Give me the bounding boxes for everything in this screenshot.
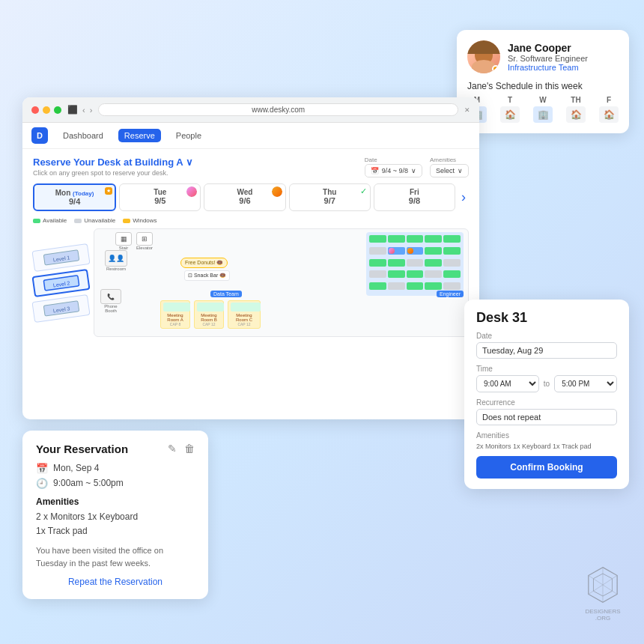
amenity-row-2: 1x Track pad bbox=[36, 524, 195, 538]
app-nav: D Dashboard Reserve People bbox=[22, 123, 479, 149]
schedule-title: Jane's Schedule in this week bbox=[467, 81, 619, 91]
desk-cell[interactable] bbox=[369, 235, 386, 243]
desk-title: Desk 31 bbox=[476, 310, 617, 326]
legend-available: Available bbox=[33, 217, 67, 224]
browser-window: ⬛ ‹ › www.desky.com ✕ D Dashboard Reserv… bbox=[22, 97, 479, 419]
date-picker[interactable]: 📅 9/4 ~ 9/8 ∨ bbox=[365, 164, 422, 177]
sched-day-w: W 🏢 bbox=[533, 96, 553, 123]
reservation-card: Your Reservation ✎ 🗑 📅 Mon, Sep 4 🕘 9:00… bbox=[22, 431, 208, 599]
stair-icon: ▦ Stair bbox=[115, 232, 132, 250]
delete-button[interactable]: 🗑 bbox=[184, 443, 195, 455]
clock-icon: 🕘 bbox=[36, 478, 48, 489]
date-amenities: Date 📅 9/4 ~ 9/8 ∨ Amenities Select ∨ bbox=[365, 157, 469, 177]
user-avatar-wed bbox=[272, 186, 282, 197]
amenities-label: Amenities bbox=[36, 496, 195, 507]
reserve-header: Reserve Your Desk at Building A ∨ Click … bbox=[33, 157, 469, 177]
day-tab-thu[interactable]: Thu 9/7 ✓ bbox=[289, 183, 371, 211]
app-logo: D bbox=[31, 127, 48, 144]
reserve-title: Reserve Your Desk at Building A ∨ bbox=[33, 157, 193, 168]
restroom-icon: 👤👤 Restroom bbox=[105, 250, 127, 271]
browser-chrome: ⬛ ‹ › www.desky.com ✕ bbox=[22, 97, 479, 123]
res-time-row: 🕘 9:00am ~ 5:00pm bbox=[36, 478, 195, 489]
legend: Available Unavailable Windows bbox=[33, 217, 469, 224]
time-from-select[interactable]: 9:00 AM bbox=[476, 375, 539, 392]
avatar bbox=[467, 40, 500, 73]
profile-header: Jane Cooper Sr. Software Engineer Infras… bbox=[467, 40, 619, 73]
recurrence-label: Recurrence bbox=[476, 398, 617, 407]
desk-booking-card: Desk 31 Date Tuesday, Aug 29 Time 9:00 A… bbox=[464, 300, 629, 489]
reserve-subtitle: Click on any green spot to reserve your … bbox=[33, 169, 193, 177]
floor-level-2[interactable]: Level 2 › bbox=[31, 268, 90, 297]
floor-level-3[interactable]: Level 3 bbox=[31, 294, 90, 322]
recurrence-select[interactable]: Does not repeat bbox=[476, 409, 617, 425]
profile-team: Infrastructure Team bbox=[508, 63, 588, 72]
amenity-row-1: 2 x Monitors 1x Keyboard bbox=[36, 510, 195, 524]
nav-dashboard[interactable]: Dashboard bbox=[57, 129, 109, 142]
snack-bar: ⊡ Snack Bar 🍩 bbox=[184, 270, 230, 281]
legend-windows: Windows bbox=[123, 217, 157, 224]
res-title: Your Reservation bbox=[36, 443, 128, 455]
booking-date-label: Date bbox=[476, 332, 617, 340]
app-content: Reserve Your Desk at Building A ∨ Click … bbox=[22, 149, 479, 344]
res-date-row: 📅 Mon, Sep 4 bbox=[36, 463, 195, 474]
meeting-room-a[interactable]: Meeting Room A CAP 8 bbox=[160, 300, 190, 329]
day-tab-wed[interactable]: Wed 9/6 bbox=[204, 183, 285, 211]
calendar-icon: 📅 bbox=[36, 463, 48, 474]
floor-level-1[interactable]: Level 1 bbox=[31, 243, 90, 271]
meeting-room-c[interactable]: Meeting Room C CAP 12 bbox=[228, 300, 261, 329]
repeat-reservation-button[interactable]: Repeat the Reservation bbox=[36, 577, 195, 587]
nav-people[interactable]: People bbox=[170, 129, 207, 142]
home-icon-th: 🏠 bbox=[566, 106, 586, 123]
nav-reserve[interactable]: Reserve bbox=[118, 129, 161, 142]
amenities-list: 2 x Monitors 1x Keyboard 1x Track pad bbox=[36, 510, 195, 538]
office-icon-w: 🏢 bbox=[533, 106, 553, 123]
sched-day-f: F 🏠 bbox=[599, 96, 619, 123]
available-color bbox=[33, 219, 40, 223]
confirm-booking-button[interactable]: Confirm Booking bbox=[476, 456, 617, 479]
building-name: Building A bbox=[135, 157, 183, 168]
minimize-button[interactable] bbox=[43, 106, 50, 114]
edit-button[interactable]: ✎ bbox=[168, 443, 177, 455]
close-button[interactable] bbox=[31, 106, 39, 114]
engineer-badge: Engineer bbox=[437, 291, 464, 297]
desk-grid bbox=[366, 232, 464, 296]
day-tab-tue[interactable]: Tue 9/5 bbox=[119, 183, 201, 211]
res-amenities-section: Amenities 2 x Monitors 1x Keyboard 1x Tr… bbox=[36, 496, 195, 538]
res-actions: ✎ 🗑 bbox=[168, 443, 195, 455]
windows-color bbox=[123, 219, 130, 223]
designers-org-logo: DESIGNERS.ORG bbox=[584, 566, 622, 622]
time-to-select[interactable]: 5:00 PM bbox=[554, 375, 617, 392]
amenities-picker[interactable]: Select ∨ bbox=[430, 164, 469, 177]
res-note: You have been visited the office on Tues… bbox=[36, 544, 195, 569]
url-bar[interactable]: www.desky.com bbox=[98, 103, 458, 116]
next-week-button[interactable]: › bbox=[458, 183, 469, 211]
home-icon-t: 🏠 bbox=[500, 106, 520, 123]
phone-booth-icon: 📞 PhoneBooth bbox=[100, 289, 121, 313]
star-badge: ★ bbox=[105, 187, 112, 195]
data-team-badge: Data Team bbox=[210, 291, 242, 297]
meeting-room-b[interactable]: Meeting Room B CAP 12 bbox=[194, 300, 224, 329]
home-icon-f: 🏠 bbox=[599, 106, 619, 123]
profile-role: Sr. Software Engineer bbox=[508, 54, 588, 63]
res-time: 9:00am ~ 5:00pm bbox=[53, 478, 124, 488]
donuts-badge: Free Donuts! 🍩 bbox=[180, 258, 228, 268]
unavailable-color bbox=[74, 219, 82, 223]
time-row: 9:00 AM to 5:00 PM bbox=[476, 375, 617, 392]
profile-card: Jane Cooper Sr. Software Engineer Infras… bbox=[457, 30, 629, 133]
traffic-lights bbox=[31, 106, 61, 114]
nav-controls: ⬛ ‹ › bbox=[67, 105, 92, 115]
profile-info: Jane Cooper Sr. Software Engineer Infras… bbox=[508, 42, 588, 72]
date-select[interactable]: Tuesday, Aug 29 bbox=[476, 342, 617, 359]
floor-plan: Level 1 Level 2 › Level 3 bbox=[33, 228, 469, 337]
floor-levels: Level 1 Level 2 › Level 3 bbox=[33, 228, 89, 337]
profile-name: Jane Cooper bbox=[508, 42, 588, 54]
booking-amenities: 2x Monitors 1x Keyboard 1x Track pad bbox=[476, 443, 617, 450]
day-tab-fri[interactable]: Fri 9/8 bbox=[374, 183, 455, 211]
booking-time-label: Time bbox=[476, 365, 617, 373]
sched-day-t: T 🏠 bbox=[500, 96, 520, 123]
schedule-days: M 🏢 T 🏠 W 🏢 TH 🏠 F 🏠 bbox=[467, 96, 619, 123]
day-tab-mon[interactable]: Mon (Today) 9/4 ★ bbox=[33, 183, 116, 211]
status-indicator bbox=[492, 65, 499, 73]
day-tabs: Mon (Today) 9/4 ★ Tue 9/5 Wed 9/6 Thu bbox=[33, 183, 469, 211]
maximize-button[interactable] bbox=[54, 106, 61, 114]
